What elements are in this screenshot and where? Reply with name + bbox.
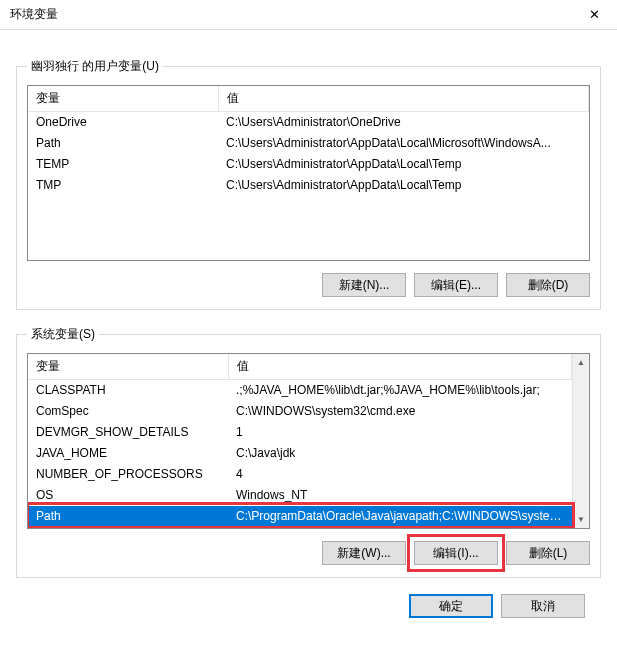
system-edit-button[interactable]: 编辑(I)... <box>414 541 498 565</box>
cell-value: C:\Users\Administrator\OneDrive <box>218 112 589 133</box>
table-row[interactable]: ComSpecC:\WINDOWS\system32\cmd.exe <box>28 401 572 422</box>
col-header-value[interactable]: 值 <box>228 354 572 380</box>
cell-name: TMP <box>28 175 218 196</box>
cell-name: NUMBER_OF_PROCESSORS <box>28 464 228 485</box>
cell-value: 4 <box>228 464 572 485</box>
system-delete-button[interactable]: 删除(L) <box>506 541 590 565</box>
system-variables-table[interactable]: 变量 值 CLASSPATH.;%JAVA_HOME%\lib\dt.jar;%… <box>28 354 572 527</box>
cell-value: .;%JAVA_HOME%\lib\dt.jar;%JAVA_HOME%\lib… <box>228 380 572 401</box>
table-row[interactable]: JAVA_HOMEC:\Java\jdk <box>28 443 572 464</box>
table-row[interactable]: OSWindows_NT <box>28 485 572 506</box>
cell-value: C:\Java\jdk <box>228 443 572 464</box>
col-header-name[interactable]: 变量 <box>28 354 228 380</box>
scroll-up-arrow-icon[interactable]: ▲ <box>573 354 589 371</box>
table-row[interactable]: PathC:\ProgramData\Oracle\Java\javapath;… <box>28 506 572 527</box>
user-variables-legend: 幽羽独行 的用户变量(U) <box>27 58 163 75</box>
cell-value: Windows_NT <box>228 485 572 506</box>
titlebar: 环境变量 ✕ <box>0 0 617 30</box>
scrollbar-vertical[interactable]: ▲ ▼ <box>572 354 589 528</box>
cell-name: DEVMGR_SHOW_DETAILS <box>28 422 228 443</box>
cell-name: OS <box>28 485 228 506</box>
system-variables-table-wrap: 变量 值 CLASSPATH.;%JAVA_HOME%\lib\dt.jar;%… <box>27 353 590 529</box>
table-row[interactable]: DEVMGR_SHOW_DETAILS1 <box>28 422 572 443</box>
table-row[interactable]: TEMPC:\Users\Administrator\AppData\Local… <box>28 154 589 175</box>
cell-name: TEMP <box>28 154 218 175</box>
col-header-name[interactable]: 变量 <box>28 86 218 112</box>
cell-value: C:\ProgramData\Oracle\Java\javapath;C:\W… <box>228 506 572 527</box>
user-button-row: 新建(N)... 编辑(E)... 删除(D) <box>27 273 590 297</box>
close-button[interactable]: ✕ <box>572 0 617 29</box>
table-row[interactable]: TMPC:\Users\Administrator\AppData\Local\… <box>28 175 589 196</box>
user-new-button[interactable]: 新建(N)... <box>322 273 406 297</box>
cell-name: Path <box>28 133 218 154</box>
cell-value: C:\Users\Administrator\AppData\Local\Mic… <box>218 133 589 154</box>
cell-name: OneDrive <box>28 112 218 133</box>
table-row[interactable]: PathC:\Users\Administrator\AppData\Local… <box>28 133 589 154</box>
cancel-button[interactable]: 取消 <box>501 594 585 618</box>
table-header-row: 变量 值 <box>28 354 572 380</box>
user-variables-group: 幽羽独行 的用户变量(U) 变量 值 OneDriveC:\Users\Admi… <box>16 58 601 310</box>
system-variables-legend: 系统变量(S) <box>27 326 99 343</box>
close-icon: ✕ <box>589 7 600 22</box>
window-title: 环境变量 <box>10 6 58 23</box>
cell-name: JAVA_HOME <box>28 443 228 464</box>
cell-value: C:\WINDOWS\system32\cmd.exe <box>228 401 572 422</box>
system-variables-group: 系统变量(S) 变量 值 CLASSPATH.;%JAVA_HOME%\lib\… <box>16 326 601 578</box>
table-header-row: 变量 值 <box>28 86 589 112</box>
user-variables-table[interactable]: 变量 值 OneDriveC:\Users\Administrator\OneD… <box>28 86 589 196</box>
user-variables-table-wrap: 变量 值 OneDriveC:\Users\Administrator\OneD… <box>27 85 590 261</box>
cell-value: 1 <box>228 422 572 443</box>
cell-value: C:\Users\Administrator\AppData\Local\Tem… <box>218 175 589 196</box>
cell-name: ComSpec <box>28 401 228 422</box>
cell-value: C:\Users\Administrator\AppData\Local\Tem… <box>218 154 589 175</box>
system-new-button[interactable]: 新建(W)... <box>322 541 406 565</box>
user-edit-button[interactable]: 编辑(E)... <box>414 273 498 297</box>
table-row[interactable]: NUMBER_OF_PROCESSORS4 <box>28 464 572 485</box>
table-row[interactable]: CLASSPATH.;%JAVA_HOME%\lib\dt.jar;%JAVA_… <box>28 380 572 401</box>
user-delete-button[interactable]: 删除(D) <box>506 273 590 297</box>
cell-name: CLASSPATH <box>28 380 228 401</box>
dialog-button-row: 确定 取消 <box>16 578 601 618</box>
cell-name: Path <box>28 506 228 527</box>
col-header-value[interactable]: 值 <box>218 86 589 112</box>
table-row[interactable]: OneDriveC:\Users\Administrator\OneDrive <box>28 112 589 133</box>
dialog-content: 幽羽独行 的用户变量(U) 变量 值 OneDriveC:\Users\Admi… <box>0 30 617 634</box>
ok-button[interactable]: 确定 <box>409 594 493 618</box>
scroll-down-arrow-icon[interactable]: ▼ <box>573 511 589 528</box>
system-button-row: 新建(W)... 编辑(I)... 删除(L) <box>27 541 590 565</box>
